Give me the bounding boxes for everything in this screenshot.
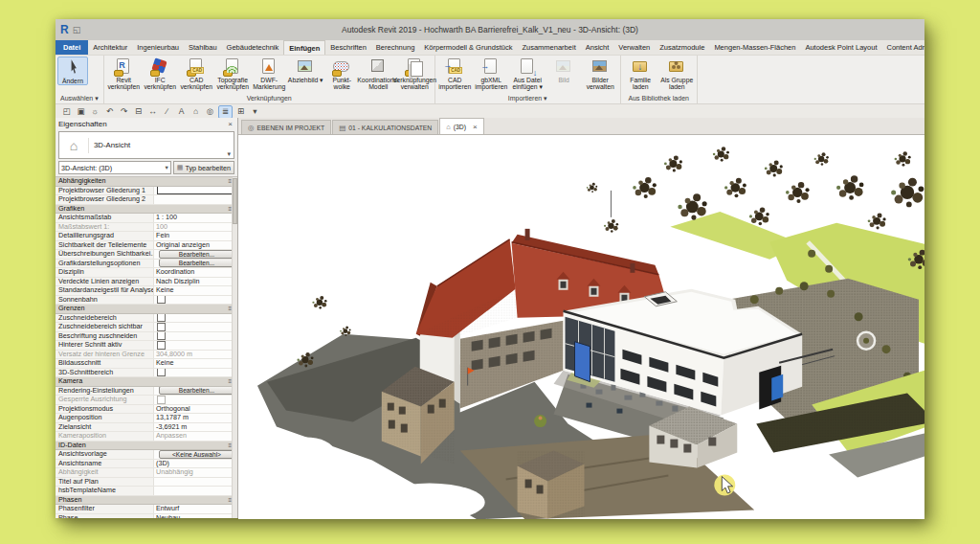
point-cloud-icon <box>332 58 351 76</box>
ribbon-button-topografie-verknüpfen[interactable]: Topografieverknüpfen <box>215 57 251 91</box>
qat-thin-lines-button[interactable]: ≣ <box>218 105 233 119</box>
ribbon-tab-mengen-massen-flächen[interactable]: Mengen-Massen-Flächen <box>709 40 800 55</box>
qat-customize-button[interactable]: ▾ <box>249 106 261 118</box>
ribbon-button-als-gruppe-laden[interactable]: Als Gruppeladen <box>659 57 695 91</box>
qat-undo-button[interactable]: ↶ <box>103 106 116 118</box>
view-tab-3d[interactable]: ⌂(3D)× <box>439 118 483 134</box>
qat-text-button[interactable]: A <box>175 106 188 118</box>
property-row-projektionsmodus: ProjektionsmodusOrthogonal <box>56 405 237 415</box>
qat-default-3d-view-button[interactable]: ⌂ <box>189 106 202 118</box>
button-rendering-einstellungen[interactable]: Bearbeiten... <box>159 387 234 396</box>
titlebar: R ◱ Autodesk Revit 2019 - Hochwarth BA B… <box>56 19 924 40</box>
property-row-titel-auf-plan: Titel auf Plan <box>56 478 237 487</box>
checkbox-beschriftung-zuschneiden[interactable] <box>157 332 166 341</box>
ribbon-button-abziehbild[interactable]: Abziehbild ▾ <box>288 57 323 83</box>
type-selector[interactable]: ⌂ 3D-Ansicht ▾ <box>58 131 234 159</box>
qat-save-button[interactable]: ▣ <box>75 106 87 118</box>
ribbon-tab-datei[interactable]: Datei <box>56 40 88 55</box>
qat-open-button[interactable]: ◰ <box>60 106 73 118</box>
ribbon-tab-körpermodell-grundstück[interactable]: Körpermodell & Grundstück <box>419 40 517 55</box>
ribbon-button-ifc-verknüpfen[interactable]: IFCverknüpfen <box>143 57 178 91</box>
ribbon-button-familie-laden[interactable]: Familieladen <box>623 57 658 91</box>
ribbon-button-cad-importieren[interactable]: →CADimportieren <box>437 57 473 91</box>
property-row-versatz-der-hinteren-grenze: Versatz der hinteren Grenze304,8000 m <box>56 351 237 360</box>
view-tab-01-kalkulationsdaten[interactable]: ▤01 - KALKULATIONSDATEN <box>332 120 438 134</box>
instance-selector[interactable]: 3D-Ansicht: (3D) ▾ <box>58 161 171 174</box>
qat-section-button[interactable]: ◎ <box>204 106 216 118</box>
ribbon-tab-gebäudetechnik[interactable]: Gebäudetechnik <box>222 40 284 55</box>
ribbon: ÄndernAuswählen ▾RevitverknüpfenIFCverkn… <box>56 56 924 104</box>
qat-measure-button[interactable]: ↔ <box>146 106 159 118</box>
viewport: ◎EBENEN IM PROJEKT▤01 - KALKULATIONSDATE… <box>238 118 924 518</box>
gbxml-import-icon <box>481 58 501 76</box>
ribbon-group-label-auswählen[interactable]: Auswählen ▾ <box>57 93 101 103</box>
ribbon-tab-zusammenarbeit[interactable]: Zusammenarbeit <box>517 40 580 55</box>
qat-print-button[interactable]: ⊟ <box>132 106 145 118</box>
ribbon-tab-stahlbau[interactable]: Stahlbau <box>184 40 222 55</box>
ribbon-button-koordinations-modell[interactable]: Koordinations-Modell <box>361 57 396 91</box>
property-row-detaillierungsgrad: DetaillierungsgradFein <box>56 232 237 241</box>
ribbon-tab-architektur[interactable]: Architektur <box>88 40 132 55</box>
coord-model-icon <box>368 58 388 76</box>
ribbon-button-revit-verknüpfen[interactable]: Revitverknüpfen <box>106 57 142 91</box>
checkbox-zuschneidebereich[interactable] <box>157 314 166 323</box>
qat-aligned-dimension-button[interactable]: ∕ <box>161 106 173 118</box>
ribbon-tab-berechnung[interactable]: Berechnung <box>371 40 419 55</box>
button-grafikdarstellungsoptionen[interactable]: Bearbeiten... <box>159 260 234 268</box>
button-ansichtsvorlage[interactable]: <Keine Auswahl> <box>159 450 234 459</box>
property-section-kamera[interactable]: Kamera≡ <box>56 377 237 387</box>
property-section-grafiken[interactable]: Grafiken≡ <box>56 205 237 215</box>
ribbon-tab-einfügen[interactable]: Einfügen <box>283 40 325 55</box>
ribbon-button-cad-verknüpfen[interactable]: CADverknüpfen <box>179 57 214 91</box>
ribbon-button-gbxml-importieren[interactable]: gbXMLimportieren <box>474 57 509 91</box>
ribbon-tab-zusatzmodule[interactable]: Zusatzmodule <box>655 40 709 55</box>
checkbox-zuschneidebereich-sichtbar[interactable] <box>157 323 166 331</box>
insert-file-icon <box>518 58 537 76</box>
qat-redo-button[interactable]: ↷ <box>118 106 130 118</box>
manage-links-icon <box>405 58 424 76</box>
ribbon-button-ändern[interactable]: Ändern <box>57 57 88 85</box>
ribbon-tab-autodesk-point-layout[interactable]: Autodesk Point Layout <box>800 40 881 55</box>
properties-scrollbar[interactable] <box>232 177 237 518</box>
properties-title: Eigenschaften <box>58 120 107 128</box>
input-projektbrowser-gliederung-1[interactable] <box>157 187 236 195</box>
property-row-zuschneidebereich-sichtbar: Zuschneidebereich sichtbar <box>56 323 237 332</box>
3d-canvas[interactable] <box>238 135 924 519</box>
checkbox-3d-schnittbereich[interactable] <box>157 369 166 377</box>
ribbon-tab-ingenieurbau[interactable]: Ingenieurbau <box>132 40 184 55</box>
property-section-grenzen[interactable]: Grenzen≡ <box>56 305 237 314</box>
property-row-hinterer-schnitt-aktiv: Hinterer Schnitt aktiv <box>56 341 237 351</box>
window-title: Autodesk Revit 2019 - Hochwarth BA Barri… <box>56 25 924 34</box>
checkbox-hinterer-schnitt-aktiv[interactable] <box>157 341 166 350</box>
edit-type-button[interactable]: ▦ Typ bearbeiten <box>173 161 234 174</box>
close-icon[interactable]: × <box>473 123 478 131</box>
ribbon-group-label-aus-bibliothek-laden: Aus Bibliothek laden <box>623 93 695 103</box>
ribbon-tab-verwalten[interactable]: Verwalten <box>613 40 655 55</box>
property-section-phasen[interactable]: Phasen≡ <box>56 496 237 506</box>
chevron-down-icon: ▾ <box>227 150 234 158</box>
ribbon-button-punkt-wolke[interactable]: Punkt-wolke <box>324 57 360 91</box>
property-section-id-daten[interactable]: ID-Daten≡ <box>56 442 237 451</box>
ribbon-button-dwf-markierung[interactable]: DWF-Markierung <box>252 57 287 91</box>
property-section-abhängigkeiten[interactable]: Abhängigkeiten≡ <box>56 177 237 187</box>
qat-switch-windows-button[interactable]: ⊞ <box>234 106 247 118</box>
checkbox-sonnenbahn[interactable] <box>157 296 166 305</box>
modify-icon <box>66 59 79 77</box>
ribbon-tab-ansicht[interactable]: Ansicht <box>581 40 614 55</box>
ribbon-tab-beschriften[interactable]: Beschriften <box>325 40 371 55</box>
view-tab-ebenen-im-projekt[interactable]: ◎EBENEN IM PROJEKT <box>241 120 331 134</box>
ribbon-tab-content-admin-kit[interactable]: Content Admin Kit <box>881 40 924 55</box>
subwindow-icon[interactable]: ◱ <box>73 25 81 34</box>
properties-grid: Abhängigkeiten≡Projektbrowser Gliederung… <box>56 176 237 518</box>
close-icon[interactable]: × <box>226 120 234 128</box>
ribbon-button-verknüpfungen-verwalten[interactable]: Verknüpfungenverwalten <box>397 57 433 91</box>
button-überschreibungen-sichtbarkei[interactable]: Bearbeiten... <box>159 250 234 259</box>
revit-app-icon[interactable]: R <box>60 24 69 35</box>
chevron-down-icon: ▾ <box>166 164 168 171</box>
property-row-standardanzeigestil-für-analyse: Standardanzeigestil für AnalyseKeine <box>56 286 237 296</box>
ribbon-group-label-importieren[interactable]: Importieren ▾ <box>437 93 618 103</box>
ribbon-button-aus-datei-einfügen[interactable]: Aus Dateieinfügen ▾ <box>510 57 546 91</box>
ribbon-button-bilder-verwalten[interactable]: Bilderverwalten <box>583 57 618 91</box>
property-row-phase: PhaseNeubau <box>56 514 237 519</box>
qat-sun-settings-button[interactable]: ☼ <box>89 106 101 118</box>
